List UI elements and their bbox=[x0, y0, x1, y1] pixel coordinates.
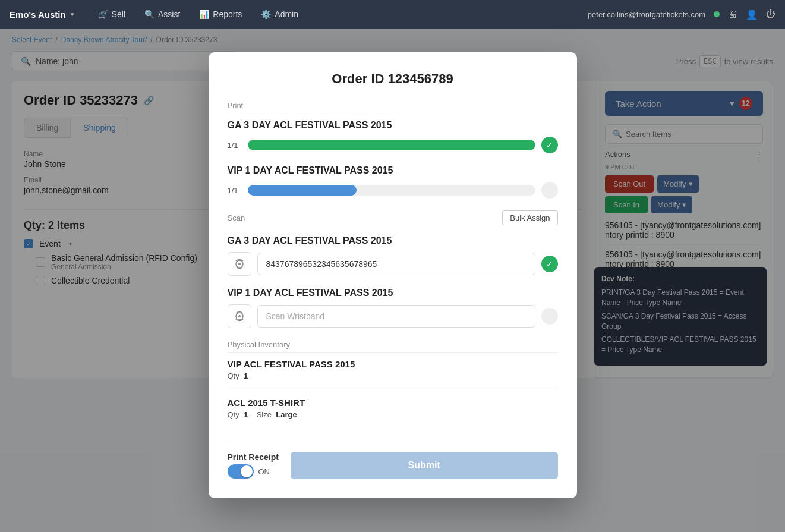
nav-admin-label: Admin bbox=[275, 10, 298, 19]
physical-section-label: Physical Inventory bbox=[228, 340, 558, 353]
submit-button[interactable]: Submit bbox=[291, 452, 558, 479]
phys-item-2-size: Large bbox=[276, 410, 297, 419]
nav-reports-label: Reports bbox=[213, 10, 242, 19]
reports-icon: 📊 bbox=[199, 10, 209, 19]
print-item-1-fill bbox=[248, 140, 535, 150]
phys-item-1-name: VIP ACL FESTIVAL PASS 2015 bbox=[228, 359, 558, 369]
print-item-1-bar bbox=[248, 140, 535, 150]
nav-sell-label: Sell bbox=[112, 10, 125, 19]
scan-section-label: Scan Bulk Assign bbox=[228, 210, 558, 229]
print-item-2-name: VIP 1 DAY ACL FESTIVAL PASS 2015 bbox=[228, 165, 558, 176]
admin-icon: ⚙️ bbox=[261, 10, 271, 19]
logout-icon[interactable]: ⏻ bbox=[766, 9, 775, 20]
nav-assist-label: Assist bbox=[158, 10, 180, 19]
modal-title: Order ID 123456789 bbox=[228, 71, 558, 87]
nav-right: peter.collins@frontgatetickets.com 🖨 👤 ⏻ bbox=[588, 9, 775, 20]
main-content: Select Event / Danny Brown Atrocity Tour… bbox=[0, 29, 785, 532]
print-receipt-label: Print Receipt bbox=[228, 452, 279, 462]
phys-item-2-qty: 1 bbox=[244, 410, 248, 419]
svg-point-3 bbox=[238, 315, 241, 317]
modal-footer: Print Receipt ON Submit bbox=[228, 442, 558, 479]
phys-item-1-qty: 1 bbox=[244, 372, 248, 380]
modal-dialog: Order ID 123456789 Print GA 3 DAY ACL FE… bbox=[209, 52, 577, 498]
scan-input-1[interactable] bbox=[257, 253, 535, 275]
status-indicator bbox=[714, 11, 720, 17]
print-receipt-toggle[interactable] bbox=[228, 464, 254, 479]
print-section-label: Print bbox=[228, 101, 558, 114]
nav-items: 🛒 Sell 🔍 Assist 📊 Reports ⚙️ Admin bbox=[90, 6, 588, 23]
physical-inventory-section: Physical Inventory VIP ACL FESTIVAL PASS… bbox=[228, 340, 558, 427]
toggle-on-label: ON bbox=[258, 467, 270, 476]
print-item-2-fill bbox=[248, 185, 357, 196]
svg-point-1 bbox=[238, 263, 241, 265]
scan-item-2-circle bbox=[541, 308, 558, 325]
scan-label-text: Scan bbox=[228, 213, 245, 222]
nav-assist[interactable]: 🔍 Assist bbox=[136, 6, 188, 23]
phys-item-2-qty-label: Qty bbox=[228, 410, 239, 419]
print-item-2-label: 1/1 bbox=[228, 186, 242, 195]
phys-item-2: ACL 2015 T-SHIRT Qty 1 Size Large bbox=[228, 398, 558, 427]
phys-item-2-size-label: Size bbox=[257, 410, 272, 419]
scan-input-2[interactable] bbox=[257, 305, 535, 328]
phys-item-2-meta: Qty 1 Size Large bbox=[228, 410, 558, 419]
print-item-1-progress-row: 1/1 ✓ bbox=[228, 137, 558, 153]
nav-sell[interactable]: 🛒 Sell bbox=[90, 6, 134, 23]
users-icon[interactable]: 👤 bbox=[746, 9, 758, 20]
nav-reports[interactable]: 📊 Reports bbox=[191, 6, 250, 23]
assist-icon: 🔍 bbox=[144, 10, 155, 19]
phys-item-1-qty-label: Qty bbox=[228, 372, 239, 380]
phys-item-1: VIP ACL FESTIVAL PASS 2015 Qty 1 bbox=[228, 359, 558, 389]
print-item-2-progress-row: 1/1 bbox=[228, 182, 558, 199]
print-icon[interactable]: 🖨 bbox=[728, 9, 737, 20]
scan-icon-1 bbox=[228, 252, 251, 276]
toggle-row: ON bbox=[228, 464, 279, 479]
phys-item-2-name: ACL 2015 T-SHIRT bbox=[228, 398, 558, 408]
brand-name: Emo's Austin bbox=[10, 10, 66, 20]
print-item-1-label: 1/1 bbox=[228, 141, 242, 150]
user-email: peter.collins@frontgatetickets.com bbox=[588, 10, 705, 19]
sell-icon: 🛒 bbox=[98, 10, 108, 19]
top-nav: Emo's Austin ▼ 🛒 Sell 🔍 Assist 📊 Reports… bbox=[0, 0, 785, 29]
bulk-assign-button[interactable]: Bulk Assign bbox=[502, 210, 557, 225]
toggle-knob bbox=[241, 465, 253, 477]
print-item-1-name: GA 3 DAY ACL FESTIVAL PASS 2015 bbox=[228, 120, 558, 131]
scan-item-1-check: ✓ bbox=[541, 256, 558, 272]
print-receipt-container: Print Receipt ON bbox=[228, 452, 279, 479]
modal-overlay[interactable]: Order ID 123456789 Print GA 3 DAY ACL FE… bbox=[0, 29, 785, 532]
nav-admin[interactable]: ⚙️ Admin bbox=[253, 6, 307, 23]
phys-item-1-meta: Qty 1 bbox=[228, 372, 558, 380]
print-item-2-circle bbox=[541, 182, 558, 199]
scan-item-1-name: GA 3 DAY ACL FESTIVAL PASS 2015 bbox=[228, 235, 558, 246]
print-item-1-check: ✓ bbox=[541, 137, 558, 153]
print-item-2-bar bbox=[248, 185, 535, 196]
nav-brand[interactable]: Emo's Austin ▼ bbox=[10, 10, 75, 20]
scan-item-2-row bbox=[228, 304, 558, 328]
scan-item-2-name: VIP 1 DAY ACL FESTIVAL PASS 2015 bbox=[228, 288, 558, 298]
scan-item-1-row: ✓ bbox=[228, 252, 558, 276]
scan-icon-2 bbox=[228, 304, 251, 328]
brand-chevron: ▼ bbox=[70, 11, 75, 18]
